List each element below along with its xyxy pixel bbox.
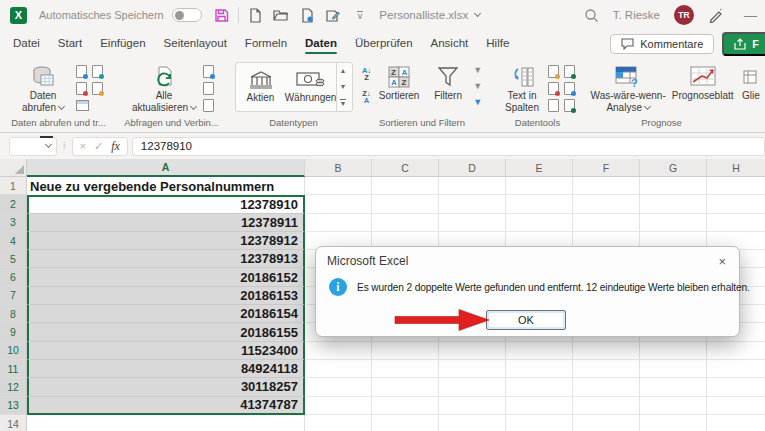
column-header-g[interactable]: G (640, 159, 707, 177)
cell-a7[interactable]: 20186153 (27, 287, 305, 305)
remove-duplicates-icon[interactable] (564, 65, 575, 78)
cell-a9[interactable]: 20186155 (27, 323, 305, 341)
empty-cells[interactable] (305, 378, 765, 396)
sort-az-icon[interactable]: A↓Z (362, 67, 371, 81)
search-icon[interactable] (584, 8, 599, 23)
empty-cells[interactable] (305, 342, 765, 360)
refresh-all-button[interactable]: Alle aktualisieren (129, 62, 199, 114)
from-text-csv-icon[interactable] (76, 65, 87, 78)
column-header-e[interactable]: E (506, 159, 573, 177)
row-header[interactable]: 13 (0, 397, 27, 415)
column-header-a[interactable]: A (27, 159, 305, 177)
avatar[interactable]: TR (674, 5, 694, 25)
queries-connections-icon[interactable] (203, 65, 214, 78)
new-file-icon[interactable] (248, 8, 262, 23)
scroll-down-icon[interactable]: ▼ (340, 83, 347, 90)
cell-a1[interactable]: Neue zu vergebende Personalnummern (27, 177, 305, 195)
from-web-icon[interactable] (92, 65, 103, 78)
outline-button[interactable]: Glie (742, 62, 765, 102)
filter-button[interactable]: Filtern (427, 62, 469, 102)
share-button[interactable]: F (722, 32, 765, 56)
from-range-icon[interactable] (76, 100, 89, 111)
empty-cells[interactable] (305, 360, 765, 378)
row-header[interactable]: 4 (0, 232, 27, 250)
formula-input[interactable]: 12378910 (132, 137, 765, 156)
close-icon[interactable]: × (715, 255, 729, 268)
gallery-scroll[interactable]: ▲ ▼ ▼ (336, 63, 350, 111)
cancel-icon[interactable]: × (80, 140, 86, 152)
what-if-analysis-button[interactable]: ? Was-wäre-wenn- Analyse (589, 62, 667, 114)
row-header[interactable]: 8 (0, 305, 27, 323)
tab-einfuegen[interactable]: Einfügen (91, 32, 154, 55)
tab-hilfe[interactable]: Hilfe (477, 32, 518, 55)
save-icon[interactable] (214, 8, 229, 23)
from-table-icon[interactable] (76, 82, 87, 95)
stocks-item[interactable]: Aktien (236, 63, 286, 111)
gallery-more-icon[interactable]: ▼ (340, 99, 347, 107)
data-model-icon[interactable] (564, 99, 575, 112)
edit-links-icon[interactable] (203, 99, 214, 112)
cell-a11[interactable]: 84924118 (27, 360, 305, 378)
enter-icon[interactable]: ✓ (94, 140, 103, 153)
cell-a3[interactable]: 12378911 (27, 214, 305, 232)
tab-daten[interactable]: Daten (296, 32, 346, 55)
tab-ansicht[interactable]: Ansicht (422, 32, 478, 55)
document-title[interactable]: Personalliste.xlsx (379, 9, 480, 21)
column-header-c[interactable]: C (372, 159, 439, 177)
row-header[interactable]: 10 (0, 342, 27, 360)
clear-filter-icon[interactable]: ▼ (473, 65, 482, 75)
minimize-button[interactable]: — (744, 8, 757, 23)
drag-handle[interactable]: ⁞ (63, 141, 66, 151)
row-header[interactable]: 9 (0, 323, 27, 341)
autosave-toggle[interactable] (172, 8, 202, 22)
cell-a6[interactable]: 20186152 (27, 268, 305, 286)
name-box[interactable] (9, 137, 57, 156)
relationships-icon[interactable] (548, 99, 559, 112)
row-header[interactable]: 5 (0, 250, 27, 268)
user-name[interactable]: T. Rieske (613, 9, 660, 21)
tab-datei[interactable]: Datei (4, 32, 49, 55)
cell-a2[interactable]: 12378910 (27, 195, 305, 213)
advanced-filter-icon[interactable]: ▼ (473, 97, 482, 107)
cell-a10[interactable]: 11523400 (27, 342, 305, 360)
column-header-b[interactable]: B (305, 159, 372, 177)
excel-logo-icon[interactable]: X (10, 7, 27, 24)
edit-pencil-icon[interactable] (708, 8, 724, 23)
row-header[interactable]: 2 (0, 195, 27, 213)
tab-start[interactable]: Start (49, 32, 91, 55)
text-to-columns-button[interactable]: Text in Spalten (500, 62, 544, 114)
empty-cells[interactable] (305, 415, 765, 431)
empty-cells[interactable] (305, 177, 765, 195)
cell-a14[interactable] (27, 415, 305, 431)
consolidate-icon[interactable] (564, 82, 575, 95)
ok-button[interactable]: OK (486, 310, 566, 330)
cell-a8[interactable]: 20186154 (27, 305, 305, 323)
sort-za-icon[interactable]: Z↓A (362, 90, 371, 104)
reapply-filter-icon[interactable]: ▼ (473, 81, 482, 91)
save-as-icon[interactable] (325, 8, 340, 23)
row-header[interactable]: 11 (0, 360, 27, 378)
empty-cells[interactable] (305, 397, 765, 415)
empty-cells[interactable] (305, 214, 765, 232)
scroll-up-icon[interactable]: ▲ (340, 67, 347, 74)
row-header[interactable]: 7 (0, 287, 27, 305)
row-header[interactable]: 14 (0, 415, 27, 431)
row-header[interactable]: 6 (0, 268, 27, 286)
data-validation-icon[interactable] (548, 82, 559, 95)
print-icon[interactable] (300, 8, 314, 23)
cell-a4[interactable]: 12378912 (27, 232, 305, 250)
get-data-button[interactable]: Daten abrufen (14, 62, 72, 114)
empty-cells[interactable] (305, 195, 765, 213)
cell-a5[interactable]: 12378913 (27, 250, 305, 268)
flash-fill-icon[interactable] (548, 65, 559, 78)
tab-formeln[interactable]: Formeln (236, 32, 296, 55)
row-header[interactable]: 3 (0, 214, 27, 232)
sort-button[interactable]: ZAAZ Sortieren (375, 62, 423, 102)
column-header-h[interactable]: H (707, 159, 765, 177)
comments-button[interactable]: Kommentare (610, 34, 714, 54)
tab-seitenlayout[interactable]: Seitenlayout (155, 32, 236, 55)
recent-sources-icon[interactable] (92, 82, 103, 95)
row-header[interactable]: 12 (0, 378, 27, 396)
properties-icon[interactable] (203, 82, 214, 95)
forecast-sheet-button[interactable]: Prognoseblatt (671, 62, 734, 102)
